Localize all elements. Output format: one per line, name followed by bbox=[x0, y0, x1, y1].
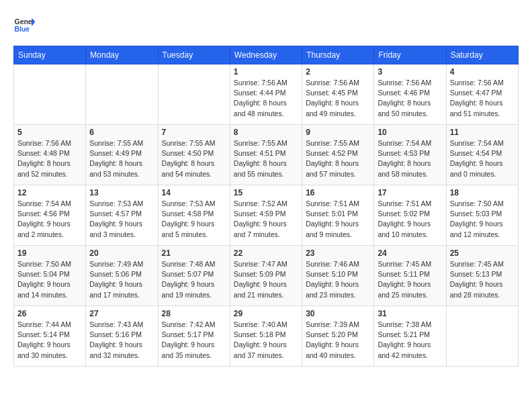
day-number: 18 bbox=[450, 188, 515, 197]
calendar-cell: 25Sunrise: 7:45 AMSunset: 5:13 PMDayligh… bbox=[446, 246, 518, 306]
day-number: 20 bbox=[89, 248, 154, 258]
day-info: Sunrise: 7:56 AMSunset: 4:48 PMDaylight:… bbox=[17, 138, 82, 179]
day-number: 14 bbox=[162, 188, 226, 197]
weekday-header-saturday: Saturday bbox=[446, 46, 518, 64]
day-info: Sunrise: 7:56 AMSunset: 4:47 PMDaylight:… bbox=[450, 78, 515, 119]
day-info: Sunrise: 7:44 AMSunset: 5:14 PMDaylight:… bbox=[17, 320, 82, 361]
day-number: 7 bbox=[162, 128, 226, 137]
calendar-cell: 17Sunrise: 7:51 AMSunset: 5:02 PMDayligh… bbox=[374, 185, 446, 246]
calendar-cell: 22Sunrise: 7:47 AMSunset: 5:09 PMDayligh… bbox=[230, 246, 302, 306]
calendar-cell bbox=[86, 64, 158, 125]
calendar-table: SundayMondayTuesdayWednesdayThursdayFrid… bbox=[13, 46, 519, 367]
calendar-cell: 5Sunrise: 7:56 AMSunset: 4:48 PMDaylight… bbox=[14, 125, 86, 185]
day-info: Sunrise: 7:51 AMSunset: 5:02 PMDaylight:… bbox=[378, 199, 442, 240]
calendar-cell: 31Sunrise: 7:38 AMSunset: 5:21 PMDayligh… bbox=[374, 306, 446, 367]
day-number: 9 bbox=[306, 128, 370, 137]
day-number: 21 bbox=[162, 248, 226, 258]
calendar-cell: 6Sunrise: 7:55 AMSunset: 4:49 PMDaylight… bbox=[86, 125, 158, 185]
day-number: 3 bbox=[378, 67, 442, 77]
day-info: Sunrise: 7:50 AMSunset: 5:04 PMDaylight:… bbox=[17, 259, 82, 300]
day-number: 29 bbox=[234, 309, 298, 318]
calendar-week-1: 1Sunrise: 7:56 AMSunset: 4:44 PMDaylight… bbox=[14, 64, 519, 125]
day-info: Sunrise: 7:55 AMSunset: 4:52 PMDaylight:… bbox=[306, 138, 370, 179]
day-number: 16 bbox=[306, 188, 370, 197]
calendar-cell: 8Sunrise: 7:55 AMSunset: 4:51 PMDaylight… bbox=[230, 125, 302, 185]
calendar-cell bbox=[158, 64, 230, 125]
calendar-cell: 30Sunrise: 7:39 AMSunset: 5:20 PMDayligh… bbox=[302, 306, 374, 367]
calendar-cell: 20Sunrise: 7:49 AMSunset: 5:06 PMDayligh… bbox=[86, 246, 158, 306]
day-info: Sunrise: 7:42 AMSunset: 5:17 PMDaylight:… bbox=[162, 320, 226, 361]
day-info: Sunrise: 7:54 AMSunset: 4:53 PMDaylight:… bbox=[378, 138, 442, 179]
weekday-header-sunday: Sunday bbox=[14, 46, 86, 64]
day-info: Sunrise: 7:55 AMSunset: 4:50 PMDaylight:… bbox=[162, 138, 226, 179]
day-number: 13 bbox=[89, 188, 154, 197]
calendar-cell: 15Sunrise: 7:52 AMSunset: 4:59 PMDayligh… bbox=[230, 185, 302, 246]
day-info: Sunrise: 7:40 AMSunset: 5:18 PMDaylight:… bbox=[234, 320, 298, 361]
day-info: Sunrise: 7:48 AMSunset: 5:07 PMDaylight:… bbox=[162, 259, 226, 300]
day-info: Sunrise: 7:53 AMSunset: 4:58 PMDaylight:… bbox=[162, 199, 226, 240]
day-number: 2 bbox=[306, 67, 370, 77]
calendar-cell: 26Sunrise: 7:44 AMSunset: 5:14 PMDayligh… bbox=[14, 306, 86, 367]
calendar-cell: 24Sunrise: 7:45 AMSunset: 5:11 PMDayligh… bbox=[374, 246, 446, 306]
day-number: 6 bbox=[89, 128, 154, 137]
day-number: 24 bbox=[378, 248, 442, 258]
day-number: 17 bbox=[378, 188, 442, 197]
weekday-header-tuesday: Tuesday bbox=[158, 46, 230, 64]
day-info: Sunrise: 7:50 AMSunset: 5:03 PMDaylight:… bbox=[450, 199, 515, 240]
day-number: 26 bbox=[17, 309, 82, 318]
day-number: 10 bbox=[378, 128, 442, 137]
day-info: Sunrise: 7:39 AMSunset: 5:20 PMDaylight:… bbox=[306, 320, 370, 361]
day-number: 8 bbox=[234, 128, 298, 137]
calendar-cell: 13Sunrise: 7:53 AMSunset: 4:57 PMDayligh… bbox=[86, 185, 158, 246]
day-info: Sunrise: 7:56 AMSunset: 4:44 PMDaylight:… bbox=[234, 78, 298, 119]
weekday-header-thursday: Thursday bbox=[302, 46, 374, 64]
weekday-header-friday: Friday bbox=[374, 46, 446, 64]
weekday-header-wednesday: Wednesday bbox=[230, 46, 302, 64]
day-number: 19 bbox=[17, 248, 82, 258]
calendar-cell: 3Sunrise: 7:56 AMSunset: 4:46 PMDaylight… bbox=[374, 64, 446, 125]
weekday-header-monday: Monday bbox=[86, 46, 158, 64]
calendar-cell: 9Sunrise: 7:55 AMSunset: 4:52 PMDaylight… bbox=[302, 125, 374, 185]
calendar-week-4: 19Sunrise: 7:50 AMSunset: 5:04 PMDayligh… bbox=[14, 246, 519, 306]
calendar-cell: 23Sunrise: 7:46 AMSunset: 5:10 PMDayligh… bbox=[302, 246, 374, 306]
day-info: Sunrise: 7:56 AMSunset: 4:46 PMDaylight:… bbox=[378, 78, 442, 119]
calendar-cell bbox=[14, 64, 86, 125]
day-number: 22 bbox=[234, 248, 298, 258]
day-number: 5 bbox=[17, 128, 82, 137]
day-info: Sunrise: 7:46 AMSunset: 5:10 PMDaylight:… bbox=[306, 259, 370, 300]
day-number: 15 bbox=[234, 188, 298, 197]
calendar-cell: 2Sunrise: 7:56 AMSunset: 4:45 PMDaylight… bbox=[302, 64, 374, 125]
day-info: Sunrise: 7:43 AMSunset: 5:16 PMDaylight:… bbox=[89, 320, 154, 361]
logo: General Blue bbox=[13, 13, 35, 35]
calendar-week-2: 5Sunrise: 7:56 AMSunset: 4:48 PMDaylight… bbox=[14, 125, 519, 185]
calendar-week-3: 12Sunrise: 7:54 AMSunset: 4:56 PMDayligh… bbox=[14, 185, 519, 246]
day-info: Sunrise: 7:51 AMSunset: 5:01 PMDaylight:… bbox=[306, 199, 370, 240]
day-info: Sunrise: 7:55 AMSunset: 4:51 PMDaylight:… bbox=[234, 138, 298, 179]
calendar-cell: 12Sunrise: 7:54 AMSunset: 4:56 PMDayligh… bbox=[14, 185, 86, 246]
calendar-cell: 10Sunrise: 7:54 AMSunset: 4:53 PMDayligh… bbox=[374, 125, 446, 185]
calendar-cell: 27Sunrise: 7:43 AMSunset: 5:16 PMDayligh… bbox=[86, 306, 158, 367]
calendar-cell: 14Sunrise: 7:53 AMSunset: 4:58 PMDayligh… bbox=[158, 185, 230, 246]
day-number: 1 bbox=[234, 67, 298, 77]
day-info: Sunrise: 7:45 AMSunset: 5:11 PMDaylight:… bbox=[378, 259, 442, 300]
day-number: 11 bbox=[450, 128, 515, 137]
day-info: Sunrise: 7:45 AMSunset: 5:13 PMDaylight:… bbox=[450, 259, 515, 300]
day-number: 30 bbox=[306, 309, 370, 318]
svg-text:Blue: Blue bbox=[15, 26, 30, 33]
day-info: Sunrise: 7:54 AMSunset: 4:56 PMDaylight:… bbox=[17, 199, 82, 240]
calendar-cell: 16Sunrise: 7:51 AMSunset: 5:01 PMDayligh… bbox=[302, 185, 374, 246]
calendar-cell: 4Sunrise: 7:56 AMSunset: 4:47 PMDaylight… bbox=[446, 64, 518, 125]
logo-icon: General Blue bbox=[13, 13, 35, 35]
day-info: Sunrise: 7:54 AMSunset: 4:54 PMDaylight:… bbox=[450, 138, 515, 179]
day-number: 23 bbox=[306, 248, 370, 258]
calendar-cell: 11Sunrise: 7:54 AMSunset: 4:54 PMDayligh… bbox=[446, 125, 518, 185]
day-info: Sunrise: 7:55 AMSunset: 4:49 PMDaylight:… bbox=[89, 138, 154, 179]
calendar-cell: 7Sunrise: 7:55 AMSunset: 4:50 PMDaylight… bbox=[158, 125, 230, 185]
weekday-header-row: SundayMondayTuesdayWednesdayThursdayFrid… bbox=[14, 46, 519, 64]
day-number: 27 bbox=[89, 309, 154, 318]
calendar-cell bbox=[446, 306, 518, 367]
day-info: Sunrise: 7:38 AMSunset: 5:21 PMDaylight:… bbox=[378, 320, 442, 361]
calendar-cell: 18Sunrise: 7:50 AMSunset: 5:03 PMDayligh… bbox=[446, 185, 518, 246]
calendar-cell: 1Sunrise: 7:56 AMSunset: 4:44 PMDaylight… bbox=[230, 64, 302, 125]
day-info: Sunrise: 7:52 AMSunset: 4:59 PMDaylight:… bbox=[234, 199, 298, 240]
